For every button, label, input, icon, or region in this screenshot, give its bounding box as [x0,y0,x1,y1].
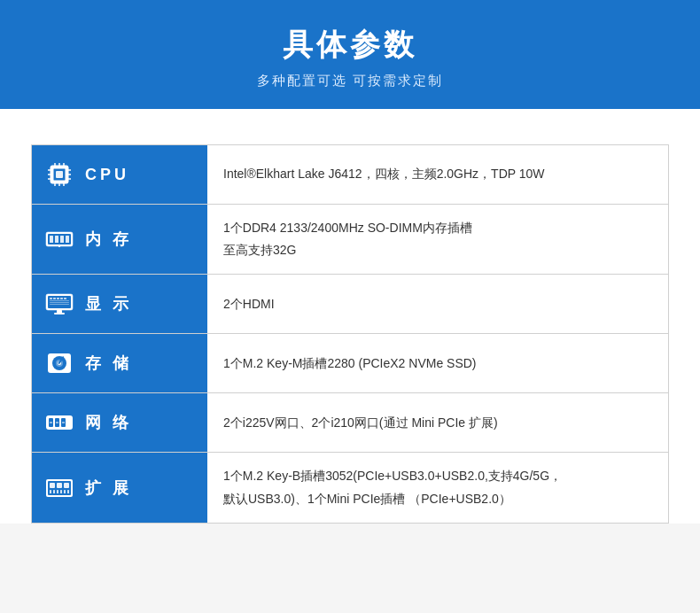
specs-table: CPU Intel®Elkhart Lake J6412，四核，主频2.0GHz… [31,144,669,524]
svg-rect-56 [67,490,69,493]
spec-label-expansion: 扩 展 [32,453,207,522]
network-label: 网 络 [85,412,132,433]
svg-rect-53 [57,490,58,493]
expansion-label: 扩 展 [85,477,132,499]
display-label: 显 示 [85,293,132,314]
cpu-icon [43,158,76,191]
spec-row-expansion: 扩 展 1个M.2 Key-B插槽3052(PCIe+USB3.0+USB2.0… [32,453,668,522]
spec-label-display: 显 示 [32,275,207,333]
memory-label: 内 存 [85,229,132,250]
spec-label-cpu: CPU [32,145,207,204]
svg-rect-52 [53,490,55,493]
svg-rect-19 [60,236,64,243]
svg-rect-25 [54,313,65,314]
network-icon [43,406,76,439]
svg-rect-24 [57,310,62,313]
spec-label-network: 网 络 [32,393,207,452]
svg-rect-26 [50,298,52,299]
svg-rect-55 [64,490,66,493]
spec-value-expansion: 1个M.2 Key-B插槽3052(PCIe+USB3.0+USB2.0,支持4… [207,453,668,522]
page-wrapper: 具体参数 多种配置可选 可按需求定制 [0,0,700,524]
svg-rect-21 [58,244,60,247]
svg-rect-51 [50,490,51,493]
spec-value-cpu: Intel®Elkhart Lake J6412，四核，主频2.0GHz，TDP… [207,145,668,204]
svg-rect-31 [50,300,69,301]
svg-rect-50 [64,483,69,488]
spec-value-network: 2个i225V网口、2个i210网口(通过 Mini PCIe 扩展) [207,393,668,452]
header-banner: 具体参数 多种配置可选 可按需求定制 [0,0,700,109]
svg-rect-14 [56,171,63,178]
spec-row-memory: 内 存 1个DDR4 2133/2400MHz SO-DIMM内存插槽 至高支持… [32,205,668,275]
memory-icon [43,222,76,256]
svg-rect-28 [57,298,59,299]
svg-rect-54 [60,490,62,493]
svg-rect-30 [64,298,66,299]
svg-rect-33 [50,304,69,305]
svg-rect-20 [66,236,69,243]
svg-rect-18 [55,236,58,243]
storage-icon [43,346,76,380]
spec-value-memory: 1个DDR4 2133/2400MHz SO-DIMM内存插槽 至高支持32G [207,205,668,274]
spec-value-display: 2个HDMI [207,275,668,333]
spec-label-memory: 内 存 [32,205,207,274]
display-icon [43,287,76,321]
svg-rect-49 [57,483,62,488]
svg-rect-29 [60,298,63,299]
storage-label: 存 储 [85,353,132,374]
header-subtitle: 多种配置可选 可按需求定制 [18,73,682,89]
svg-rect-32 [50,302,69,303]
svg-rect-27 [53,298,56,299]
spacer [0,109,700,144]
spec-label-storage: 存 储 [32,334,207,392]
spec-value-storage: 1个M.2 Key-M插槽2280 (PCIeX2 NVMe SSD) [207,334,668,392]
svg-rect-48 [50,483,55,488]
spec-row-storage: 存 储 1个M.2 Key-M插槽2280 (PCIeX2 NVMe SSD) [32,334,668,393]
header-title: 具体参数 [18,25,682,66]
spec-row-cpu: CPU Intel®Elkhart Lake J6412，四核，主频2.0GHz… [32,145,668,205]
spec-row-display: 显 示 2个HDMI [32,275,668,334]
expansion-icon [43,471,76,505]
svg-rect-17 [50,236,53,243]
spec-row-network: 网 络 2个i225V网口、2个i210网口(通过 Mini PCIe 扩展) [32,393,668,453]
cpu-label: CPU [85,166,129,184]
